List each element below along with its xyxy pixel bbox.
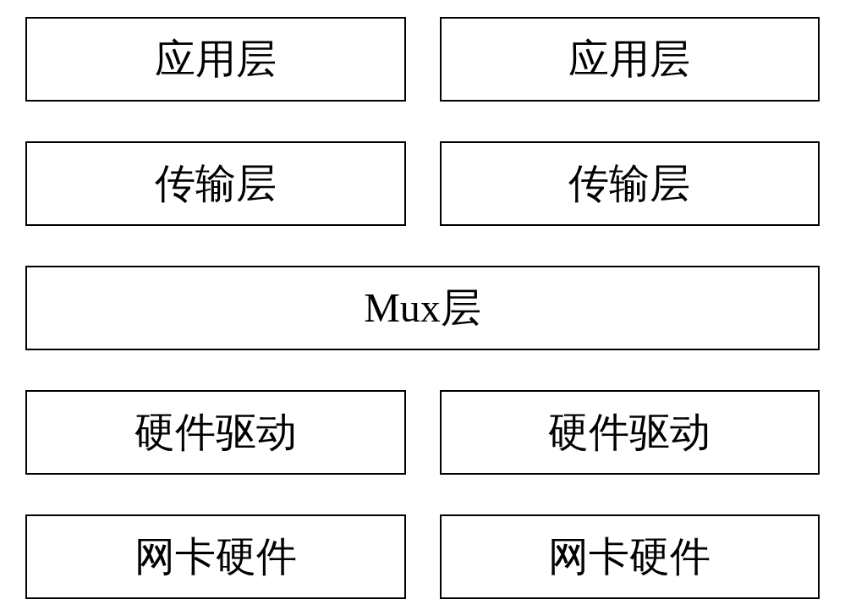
label-application-layer-left: 应用层: [155, 32, 277, 86]
box-mux-layer: Mux层: [25, 266, 820, 350]
box-application-layer-right: 应用层: [440, 17, 820, 102]
label-nic-hardware-right: 网卡硬件: [548, 530, 711, 584]
row-application-layer: 应用层 应用层: [25, 17, 820, 102]
label-transport-layer-right: 传输层: [568, 157, 690, 211]
row-mux-layer: Mux层: [25, 266, 820, 350]
row-transport-layer: 传输层 传输层: [25, 141, 820, 226]
box-application-layer-left: 应用层: [25, 17, 406, 102]
box-hardware-driver-right: 硬件驱动: [440, 390, 820, 475]
label-transport-layer-left: 传输层: [155, 157, 277, 211]
layer-diagram: 应用层 应用层 传输层 传输层 Mux层 硬件驱动 硬件驱动 网卡硬件 网卡硬件: [25, 17, 820, 599]
label-mux-layer: Mux层: [364, 281, 481, 335]
box-transport-layer-left: 传输层: [25, 141, 406, 226]
row-nic-hardware: 网卡硬件 网卡硬件: [25, 514, 820, 599]
box-hardware-driver-left: 硬件驱动: [25, 390, 406, 475]
label-hardware-driver-left: 硬件驱动: [134, 405, 297, 459]
box-transport-layer-right: 传输层: [440, 141, 820, 226]
label-hardware-driver-right: 硬件驱动: [548, 405, 711, 459]
box-nic-hardware-left: 网卡硬件: [25, 514, 406, 599]
label-application-layer-right: 应用层: [568, 32, 690, 86]
box-nic-hardware-right: 网卡硬件: [440, 514, 820, 599]
label-nic-hardware-left: 网卡硬件: [134, 530, 297, 584]
row-hardware-driver: 硬件驱动 硬件驱动: [25, 390, 820, 475]
